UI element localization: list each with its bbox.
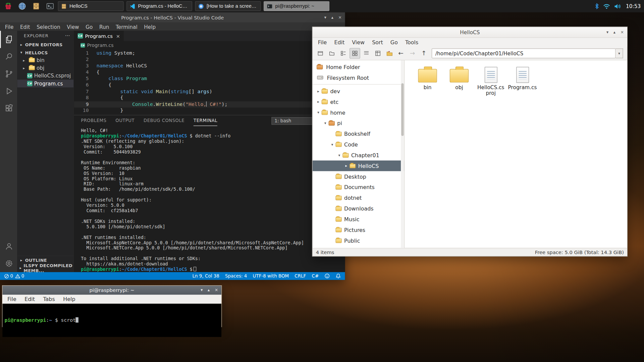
- menu-item[interactable]: Terminal: [112, 23, 141, 29]
- menu-item[interactable]: Edit: [20, 296, 39, 302]
- taskbar-task-vscode[interactable]: Program.cs - HelloCS...: [126, 1, 192, 11]
- close-icon[interactable]: ×: [215, 288, 218, 292]
- tree-item[interactable]: Pictures: [313, 225, 404, 235]
- menu-item[interactable]: File: [2, 23, 17, 29]
- web-browser-launcher[interactable]: [17, 1, 27, 11]
- menu-item[interactable]: Go: [387, 39, 401, 45]
- bluetooth-icon[interactable]: [594, 3, 599, 10]
- place-home-folder[interactable]: Home Folder: [313, 62, 404, 72]
- back-icon[interactable]: ←: [395, 48, 406, 59]
- tree-item[interactable]: Code: [313, 139, 404, 150]
- code-line[interactable]: 2: [74, 56, 345, 63]
- code-editor[interactable]: 1 using System; 2 3 namespace HelloCS 4 …: [74, 49, 345, 115]
- terminal-screen[interactable]: pi@raspberrypi:~ $ scrot: [2, 304, 221, 337]
- shade-icon[interactable]: ▾: [606, 30, 608, 34]
- explorer-item[interactable]: ▸ C# obj: [17, 64, 73, 72]
- tree-item[interactable]: Documents: [313, 182, 404, 192]
- detailed-view-icon[interactable]: [373, 48, 383, 59]
- scrollbar-thumb[interactable]: [401, 83, 404, 136]
- forward-icon[interactable]: →: [407, 48, 418, 59]
- file-item[interactable]: bin: [413, 65, 442, 90]
- terminal-titlebar[interactable]: pi@raspberrypi: ~ ▾ ▴ ×: [2, 286, 221, 295]
- expander-icon[interactable]: [344, 164, 349, 168]
- menu-item[interactable]: File: [314, 39, 331, 45]
- menu-item[interactable]: View: [348, 39, 368, 45]
- taskbar-task-terminal[interactable]: pi@raspberrypi: ~: [264, 1, 329, 11]
- panel-tab[interactable]: OUTPUT: [115, 115, 135, 126]
- integrated-terminal[interactable]: Hello, C#!pi@raspberrypi:~/Code/Chapter0…: [74, 126, 345, 272]
- errors-indicator[interactable]: 0: [4, 274, 13, 279]
- tree-item[interactable]: etc: [313, 97, 404, 107]
- source-control-icon[interactable]: [0, 65, 17, 82]
- menu-item[interactable]: File: [3, 296, 20, 302]
- vscode-titlebar[interactable]: Program.cs - HelloCS - Visual Studio Cod…: [0, 12, 345, 23]
- path-dropdown-icon[interactable]: ▾: [616, 48, 623, 58]
- notifications-bell-icon[interactable]: [335, 274, 341, 279]
- search-icon[interactable]: [0, 48, 17, 65]
- breadcrumb[interactable]: C# Program.cs: [74, 41, 345, 49]
- explorer-item[interactable]: ▸ C# bin: [17, 56, 73, 64]
- tree-item[interactable]: dev: [313, 86, 404, 97]
- code-line[interactable]: 7 static void Main(string[] args): [74, 88, 345, 95]
- explorer-item[interactable]: ▸ C# HelloCS.csproj: [17, 72, 73, 79]
- code-line[interactable]: 8 {: [74, 95, 345, 101]
- tab-program-cs[interactable]: C# Program.cs ×: [74, 31, 124, 41]
- expander-icon[interactable]: [316, 100, 321, 104]
- icon-view-icon[interactable]: [350, 48, 360, 59]
- home-folder-icon[interactable]: [384, 48, 395, 59]
- expander-icon[interactable]: [316, 89, 321, 93]
- statusbar-item[interactable]: CRLF: [294, 274, 306, 279]
- panel-tab[interactable]: DEBUG CONSOLE: [144, 115, 184, 126]
- expander-icon[interactable]: [337, 153, 342, 157]
- taskbar-task-filemanager[interactable]: HelloCS: [58, 1, 124, 11]
- wifi-icon[interactable]: [603, 3, 610, 9]
- menu-item[interactable]: Edit: [17, 23, 33, 29]
- applications-menu-button[interactable]: [3, 1, 13, 11]
- tree-item[interactable]: Desktop: [313, 171, 404, 182]
- up-icon[interactable]: ↑: [419, 48, 429, 59]
- file-item[interactable]: obj: [444, 65, 474, 90]
- feedback-smiley-icon[interactable]: [324, 274, 330, 279]
- code-line[interactable]: 9 Console.WriteLine("Hello, C#!");: [74, 101, 345, 108]
- menu-item[interactable]: Sort: [368, 39, 387, 45]
- file-item[interactable]: HelloCS.csproj: [476, 65, 505, 97]
- account-icon[interactable]: [0, 238, 17, 255]
- tree-scrollbar[interactable]: [401, 60, 404, 248]
- menu-item[interactable]: Tabs: [39, 296, 59, 302]
- tree-item[interactable]: Downloads: [313, 203, 404, 214]
- file-item[interactable]: Program.cs: [507, 65, 537, 90]
- maximize-icon[interactable]: ▴: [613, 30, 615, 34]
- statusbar-item[interactable]: C#: [312, 274, 319, 279]
- tree-item[interactable]: Bookshelf: [313, 128, 404, 139]
- statusbar-item[interactable]: Ln 9, Col 38: [193, 274, 219, 279]
- statusbar-item[interactable]: UTF-8 with BOM: [253, 274, 289, 279]
- code-line[interactable]: 3 namespace HelloCS: [74, 63, 345, 69]
- tree-item[interactable]: home: [313, 107, 404, 118]
- compact-view-icon[interactable]: [338, 48, 349, 59]
- sidebar-section[interactable]: ▸ ILSPY DECOMPILED MEMB...: [17, 264, 73, 272]
- tree-item[interactable]: pi: [313, 118, 404, 128]
- menu-item[interactable]: Run: [96, 23, 112, 29]
- code-line[interactable]: 4 {: [74, 69, 345, 76]
- panel-tab[interactable]: PROBLEMS: [81, 115, 106, 126]
- menu-item[interactable]: Go: [82, 23, 96, 29]
- terminal-launcher[interactable]: [45, 1, 55, 11]
- tree-item[interactable]: Public: [313, 235, 404, 246]
- taskbar-task-browser[interactable]: [How to take a screen...: [195, 1, 261, 11]
- tree-item[interactable]: dotnet: [313, 192, 404, 203]
- code-line[interactable]: 5 class Program: [74, 76, 345, 82]
- run-debug-icon[interactable]: [0, 82, 17, 100]
- open-editors-section[interactable]: ▸ OPEN EDITORS: [17, 41, 73, 48]
- expander-icon[interactable]: [323, 121, 328, 125]
- maximize-icon[interactable]: ▴: [208, 288, 210, 292]
- expander-icon[interactable]: [330, 142, 335, 146]
- volume-icon[interactable]: [614, 3, 621, 9]
- tree-item[interactable]: HelloCS: [313, 161, 404, 171]
- list-view-icon[interactable]: [361, 48, 372, 59]
- settings-gear-icon[interactable]: [0, 255, 17, 272]
- menu-item[interactable]: Edit: [330, 39, 348, 45]
- code-line[interactable]: 6 {: [74, 82, 345, 88]
- place-filesystem-root[interactable]: Filesystem Root: [313, 72, 404, 83]
- menu-item[interactable]: Help: [141, 23, 159, 29]
- shade-icon[interactable]: ▾: [324, 15, 326, 19]
